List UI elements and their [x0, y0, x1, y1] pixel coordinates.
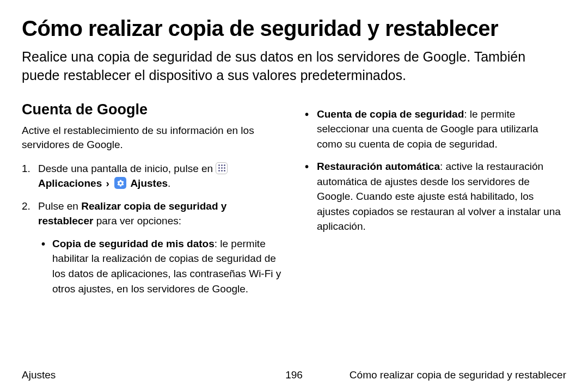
- step-1-period: .: [168, 177, 170, 189]
- intro-text: Realice una copia de seguridad de sus da…: [22, 48, 566, 85]
- step-1: Desde una pantalla de inicio, pulse en A…: [22, 161, 283, 191]
- step-1-settings-label: Ajustes: [130, 177, 168, 189]
- step-2-suffix: para ver opciones:: [93, 215, 181, 226]
- bullet-auto-restore: Restauración automática: active la resta…: [305, 159, 566, 234]
- right-bullets: Cuenta de copia de seguridad: le permite…: [305, 107, 566, 234]
- footer-right: Cómo realizar copia de seguridad y resta…: [350, 369, 566, 381]
- bullet-auto-restore-bold: Restauración automática: [317, 161, 440, 172]
- column-left: Cuenta de Google Active el restablecimie…: [22, 101, 283, 304]
- step-2-bullets: Copia de seguridad de mis datos: le perm…: [38, 236, 283, 296]
- footer-page-number: 196: [285, 369, 303, 381]
- bullet-backup-data-bold: Copia de seguridad de mis datos: [52, 238, 215, 249]
- step-2-prefix: Pulse en: [38, 200, 81, 212]
- settings-icon: [114, 177, 126, 189]
- section-intro: Active el restablecimiento de su informa…: [22, 124, 283, 152]
- content-columns: Cuenta de Google Active el restablecimie…: [22, 101, 566, 304]
- step-1-apps-label: Aplicaciones: [38, 177, 102, 189]
- footer-left: Ajustes: [22, 369, 56, 381]
- bullet-backup-account-bold: Cuenta de copia de seguridad: [317, 108, 464, 120]
- bullet-backup-account: Cuenta de copia de seguridad: le permite…: [305, 107, 566, 152]
- apps-icon: [216, 162, 228, 174]
- bullet-backup-data: Copia de seguridad de mis datos: le perm…: [38, 236, 283, 296]
- page-title: Cómo realizar copia de seguridad y resta…: [22, 16, 566, 40]
- section-heading-google: Cuenta de Google: [22, 101, 283, 118]
- step-2: Pulse en Realizar copia de seguridad y r…: [22, 199, 283, 296]
- page-footer: Ajustes 196 Cómo realizar copia de segur…: [22, 369, 566, 381]
- column-right: Cuenta de copia de seguridad: le permite…: [305, 101, 566, 304]
- step-1-prefix: Desde una pantalla de inicio, pulse en: [38, 163, 216, 174]
- chevron-icon: ›: [106, 177, 109, 189]
- steps-list: Desde una pantalla de inicio, pulse en A…: [22, 161, 283, 296]
